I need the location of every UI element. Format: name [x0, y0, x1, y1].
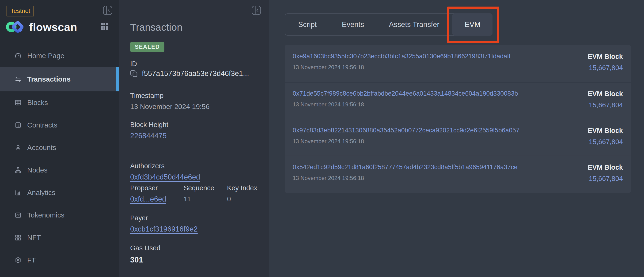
transaction-tabbar: Script Events Assets Transfer EVM — [285, 13, 492, 36]
key-index-value: 0 — [227, 195, 231, 203]
key-index-label: Key Index — [227, 184, 257, 192]
copy-icon[interactable] — [130, 69, 138, 78]
sidebar-item-label: Contracts — [27, 121, 57, 129]
sidebar-item-blocks[interactable]: Blocks — [0, 91, 119, 114]
hierarchy-icon — [14, 167, 22, 174]
evm-tx-timestamp: 13 November 2024 19:56:18 — [293, 101, 518, 108]
sequence-value: 11 — [184, 195, 191, 203]
evm-row-left: 0x97c83d3eb8221431306880a35452a0b0772cec… — [293, 127, 520, 156]
bar-chart-icon — [14, 189, 22, 196]
gas-used-label: Gas Used — [130, 244, 160, 252]
block-height-link[interactable]: 226844475 — [130, 132, 166, 140]
evm-tx-timestamp: 13 November 2024 19:56:18 — [293, 64, 510, 70]
authorizers-label: Authorizers — [130, 162, 165, 170]
transaction-summary-panel: Transaction SEALED ID f557a1573b76aa53e7… — [119, 0, 269, 277]
evm-tx-hash-link[interactable]: 0xe9a1603bc9355fc307b23eccfb3bfc1a3255a0… — [293, 53, 510, 60]
swap-arrows-icon — [14, 76, 22, 83]
transaction-id-value: f557a1573b76aa53e73d46f3e1... — [142, 69, 249, 78]
evm-tx-hash-link[interactable]: 0x71de55c7f989c8ce6bb2bffabdbe2044ee6a01… — [293, 90, 518, 97]
proposer-link[interactable]: 0xfd...e6ed — [130, 195, 166, 203]
evm-row-left: 0x71de55c7f989c8ce6bb2bffabdbe2044ee6a01… — [293, 90, 518, 119]
sidebar-item-label: FT — [27, 256, 36, 264]
evm-block-label: EVM Block — [588, 90, 623, 98]
panel-title: Transaction — [130, 21, 182, 33]
evm-block-number-link[interactable]: 15,667,804 — [588, 101, 623, 109]
transaction-summary-content: Transaction SEALED ID f557a1573b76aa53e7… — [130, 0, 262, 277]
gauge-icon — [14, 52, 22, 59]
evm-transaction-row: 0x97c83d3eb8221431306880a35452a0b0772cec… — [285, 119, 631, 156]
authorizers-link[interactable]: 0xfd3b4cd50d44e6ed — [130, 173, 200, 181]
sidebar-item-analytics[interactable]: Analytics — [0, 181, 119, 204]
sidebar-item-nft[interactable]: NFT — [0, 226, 119, 249]
block-height-label: Block Height — [130, 121, 168, 129]
cube-icon — [14, 257, 22, 264]
tab-events[interactable]: Events — [330, 14, 376, 35]
evm-tx-timestamp: 13 November 2024 19:56:18 — [293, 138, 520, 145]
evm-tx-hash-link[interactable]: 0x97c83d3eb8221431306880a35452a0b0772cec… — [293, 127, 520, 134]
evm-row-left: 0x542ed1c92d59c21d81a60f258777457ad4b232… — [293, 164, 517, 192]
id-label: ID — [130, 60, 137, 68]
payer-label: Payer — [130, 214, 148, 222]
table-grid-icon — [14, 99, 22, 106]
evm-row-left: 0xe9a1603bc9355fc307b23eccfb3bfc1a3255a0… — [293, 53, 510, 82]
flowscan-app: Script Events Assets Transfer EVM 0xe9a1… — [0, 0, 644, 277]
sidebar-item-contracts[interactable]: Contracts — [0, 114, 119, 136]
flowscan-logo-icon — [6, 19, 26, 35]
evm-transactions-list: 0xe9a1603bc9355fc307b23eccfb3bfc1a3255a0… — [285, 45, 631, 193]
collapse-sidebar-icon[interactable] — [102, 5, 113, 16]
timestamp-value: 13 November 2024 19:56 — [130, 103, 210, 111]
tab-assets-transfer[interactable]: Assets Transfer — [376, 14, 452, 35]
sidebar-item-label: NFT — [27, 234, 41, 242]
sidebar-item-label: Transactions — [27, 75, 70, 83]
evm-block-label: EVM Block — [588, 164, 623, 171]
evm-block-number-link[interactable]: 15,667,804 — [588, 175, 623, 183]
sequence-label: Sequence — [184, 184, 214, 192]
sidebar-item-label: Analytics — [27, 189, 55, 197]
evm-transaction-row: 0x542ed1c92d59c21d81a60f258777457ad4b232… — [285, 156, 631, 192]
brand-name: flowscan — [29, 21, 77, 33]
sidebar-item-transactions[interactable]: Transactions — [0, 67, 119, 91]
sidebar: Testnet — [0, 0, 119, 277]
evm-row-right: EVM Block 15,667,804 — [588, 164, 623, 192]
sidebar-item-tokenomics[interactable]: Tokenomics — [0, 204, 119, 226]
gas-used-value: 301 — [130, 256, 143, 264]
sidebar-item-ft[interactable]: FT — [0, 249, 119, 271]
sidebar-item-label: Accounts — [27, 144, 56, 152]
sidebar-item-label: Tokenomics — [27, 211, 64, 219]
tab-script[interactable]: Script — [285, 14, 330, 35]
line-chart-icon — [14, 212, 22, 219]
evm-row-right: EVM Block 15,667,804 — [588, 90, 623, 119]
document-list-icon — [14, 122, 22, 129]
proposer-label: Proposer — [130, 184, 158, 192]
network-badge: Testnet — [6, 6, 34, 16]
transaction-detail-content: Script Events Assets Transfer EVM 0xe9a1… — [269, 0, 644, 277]
evm-block-label: EVM Block — [588, 127, 623, 135]
apps-grid-icon[interactable] — [100, 23, 108, 32]
sidebar-item-accounts[interactable]: Accounts — [0, 136, 119, 159]
evm-transaction-row: 0x71de55c7f989c8ce6bb2bffabdbe2044ee6a01… — [285, 82, 631, 119]
status-badge-sealed: SEALED — [130, 42, 164, 52]
sidebar-item-home-page[interactable]: Home Page — [0, 44, 119, 67]
sidebar-item-label: Blocks — [27, 99, 48, 107]
evm-transaction-row: 0xe9a1603bc9355fc307b23eccfb3bfc1a3255a0… — [285, 45, 631, 82]
sidebar-nav: Home Page Transactions — [0, 44, 119, 271]
sidebar-item-nodes[interactable]: Nodes — [0, 159, 119, 181]
evm-block-number-link[interactable]: 15,667,804 — [588, 138, 623, 146]
person-icon — [14, 144, 22, 151]
timestamp-label: Timestamp — [130, 92, 164, 100]
id-row: f557a1573b76aa53e73d46f3e1... — [130, 69, 249, 78]
payer-link[interactable]: 0xcb1cf3196916f9e2 — [130, 225, 198, 233]
sidebar-item-label: Home Page — [27, 52, 64, 60]
evm-tx-timestamp: 13 November 2024 19:56:18 — [293, 175, 517, 181]
evm-row-right: EVM Block 15,667,804 — [588, 53, 623, 82]
tab-evm[interactable]: EVM — [452, 13, 492, 36]
evm-block-label: EVM Block — [588, 53, 623, 60]
sidebar-item-label: Nodes — [27, 166, 48, 174]
evm-block-number-link[interactable]: 15,667,804 — [588, 64, 623, 72]
flowscan-logo[interactable]: flowscan — [6, 19, 77, 35]
evm-row-right: EVM Block 15,667,804 — [588, 127, 623, 156]
four-squares-icon — [14, 234, 22, 241]
evm-tx-hash-link[interactable]: 0x542ed1c92d59c21d81a60f258777457ad4b232… — [293, 164, 517, 171]
